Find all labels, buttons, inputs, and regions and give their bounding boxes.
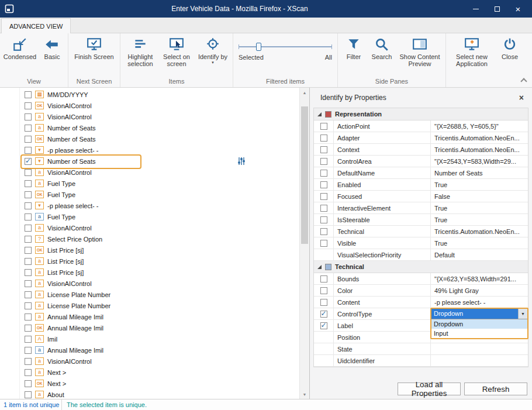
property-value[interactable]: "{X=2543,Y=583,Width=29... [431, 156, 528, 167]
tree-item[interactable]: ▦MM/DD/YYYY [0, 89, 299, 100]
property-checkbox[interactable] [320, 228, 327, 235]
combobox-option[interactable]: Dropdown [431, 319, 527, 329]
property-checkbox[interactable] [320, 123, 327, 130]
property-value[interactable]: False [431, 191, 528, 202]
property-checkbox-cell[interactable] [314, 237, 334, 249]
property-checkbox[interactable] [320, 205, 327, 212]
property-checkbox-cell[interactable] [314, 285, 334, 296]
collapse-ribbon-icon[interactable] [521, 78, 526, 82]
property-value[interactable]: True [431, 237, 528, 249]
property-value[interactable]: -p please select- - [431, 297, 528, 308]
property-value[interactable]: Tricentis.Automation.NeoEn... [431, 226, 528, 237]
slider-track[interactable] [239, 46, 332, 47]
property-checkbox-cell[interactable] [314, 179, 334, 190]
tree-item-checkbox[interactable] [25, 247, 32, 254]
tree-item[interactable]: aAnnual Mileage Imil [0, 344, 299, 356]
property-checkbox[interactable] [320, 193, 327, 200]
property-group-header[interactable]: Representation [314, 108, 528, 120]
property-checkbox[interactable] [320, 146, 327, 153]
tree-item[interactable]: aLicense Plate Number [0, 300, 299, 311]
expander-icon[interactable] [317, 112, 322, 116]
identify-by-button[interactable]: Identify by ▼ [195, 34, 231, 64]
property-checkbox-cell[interactable] [314, 214, 334, 225]
tab-advanced-view[interactable]: ADVANCED VIEW [1, 18, 71, 33]
tree-item-checkbox[interactable] [25, 380, 32, 387]
property-checkbox[interactable] [320, 181, 327, 188]
property-checkbox-cell[interactable] [314, 144, 334, 155]
property-checkbox[interactable] [320, 299, 327, 306]
minimize-button[interactable] [465, 0, 486, 18]
property-checkbox[interactable] [320, 170, 327, 177]
property-checkbox-cell[interactable] [314, 226, 334, 237]
property-value[interactable]: "{X=623,Y=583,Width=291... [431, 273, 528, 284]
tree-item-checkbox[interactable] [25, 158, 32, 165]
property-group-header[interactable]: Technical [314, 261, 528, 273]
combobox-option[interactable]: Input [431, 329, 527, 338]
filtered-items-slider[interactable]: Selected All [239, 34, 332, 61]
property-value[interactable]: Default [431, 249, 528, 260]
tree-item-checkbox[interactable] [25, 269, 32, 276]
tree-item[interactable]: aAnnual Mileage Imil [0, 311, 299, 322]
tree-item-checkbox[interactable] [25, 191, 32, 198]
property-value[interactable] [431, 355, 528, 366]
tree-item-checkbox[interactable] [25, 369, 32, 376]
tree-item[interactable]: ▾Number of Seats [0, 156, 299, 167]
combobox-arrow-icon[interactable]: ▼ [518, 309, 527, 319]
tree-item-checkbox[interactable] [25, 258, 32, 265]
tree-item-checkbox[interactable] [25, 180, 32, 187]
property-checkbox-cell[interactable] [314, 167, 334, 178]
property-checkbox[interactable] [320, 275, 327, 282]
controltype-combobox[interactable]: Dropdown▼DropdownInput [430, 308, 528, 339]
property-checkbox[interactable] [320, 287, 327, 294]
tree-item[interactable]: aList Price [sj] [0, 256, 299, 267]
tree-item-checkbox[interactable] [25, 202, 32, 209]
tree-item-checkbox[interactable] [25, 225, 32, 232]
tree-item[interactable]: ▾-p please select- - [0, 200, 299, 211]
property-value[interactable]: Tricentis.Automation.NeoEn... [431, 132, 528, 143]
refresh-button[interactable]: Refresh [464, 383, 527, 395]
property-checkbox-cell[interactable] [314, 202, 334, 213]
property-value[interactable]: True [431, 179, 528, 190]
tree-item-checkbox[interactable] [25, 136, 32, 143]
tree-item-checkbox[interactable] [25, 125, 32, 132]
property-checkbox-cell[interactable] [314, 308, 334, 319]
tree-item[interactable]: OKNumber of Seats [0, 133, 299, 144]
property-value[interactable]: "{X=2688,5, Y=605,5}" [431, 120, 528, 132]
tree-item[interactable]: aLicense Plate Number [0, 289, 299, 300]
tree-item-checkbox[interactable] [25, 347, 32, 354]
identify-sliders-icon[interactable] [237, 157, 246, 166]
tree-item[interactable]: ?Select Price Option [0, 233, 299, 244]
property-checkbox[interactable] [320, 322, 327, 329]
tree-item[interactable]: aList Price [sj] [0, 267, 299, 278]
tree-item[interactable]: OKFuel Type [0, 189, 299, 200]
property-checkbox[interactable] [320, 158, 327, 165]
tree-item[interactable]: AImil [0, 333, 299, 344]
tree-item[interactable]: OKNext > [0, 378, 299, 389]
tree-item-checkbox[interactable] [25, 313, 32, 321]
tree-item[interactable]: aFuel Type [0, 211, 299, 222]
property-checkbox-cell[interactable] [314, 297, 334, 308]
property-value[interactable]: Tricentis.Automation.NeoEn... [431, 144, 528, 155]
maximize-button[interactable] [486, 0, 507, 18]
tree-item[interactable]: OKAnnual Mileage Imil [0, 322, 299, 333]
tree-item-checkbox[interactable] [25, 302, 32, 309]
close-panel-icon[interactable]: × [519, 94, 524, 102]
basic-button[interactable]: Basic [38, 34, 66, 60]
tree-item[interactable]: aFuel Type [0, 178, 299, 189]
show-content-preview-button[interactable]: Show Content Preview [396, 34, 444, 67]
select-new-application-button[interactable]: Select new Application [448, 34, 496, 67]
tree-item[interactable]: OKList Price [sj] [0, 244, 299, 256]
tree-item[interactable]: OKVisionAIControl [0, 100, 299, 111]
tree-item[interactable]: aAbout [0, 389, 299, 399]
tree-item-checkbox[interactable] [25, 291, 32, 298]
property-value[interactable]: Number of Seats [431, 167, 528, 178]
expander-icon[interactable] [317, 265, 322, 269]
property-checkbox[interactable] [320, 240, 327, 247]
close-window-button[interactable]: × [507, 0, 528, 18]
tree-item-checkbox[interactable] [25, 113, 32, 120]
property-checkbox-cell[interactable] [314, 320, 334, 331]
property-value[interactable] [431, 343, 528, 354]
property-value[interactable]: True [431, 202, 528, 213]
tree-item[interactable]: aVisionAIControl [0, 278, 299, 289]
tree-item[interactable]: aVisionAIControl [0, 111, 299, 122]
